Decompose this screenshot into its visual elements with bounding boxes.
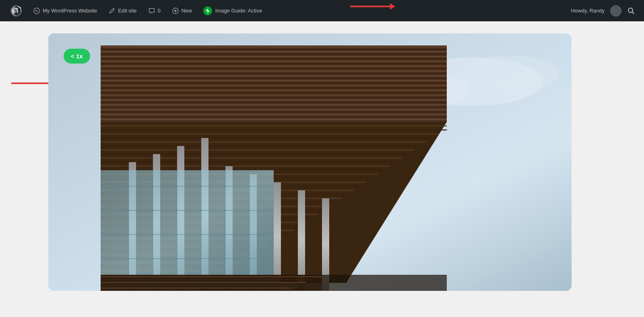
svg-rect-11 [101, 46, 447, 47]
svg-rect-20 [101, 68, 447, 69]
image-guide-label: Image Guide: Active [215, 8, 262, 14]
featured-image-container: < 1x [48, 33, 572, 291]
wp-logo-button[interactable] [5, 0, 27, 21]
comments-count: 0 [158, 8, 161, 14]
image-guide-icon [203, 6, 212, 15]
svg-rect-19 [101, 66, 447, 67]
svg-rect-23 [101, 75, 447, 76]
svg-rect-40 [101, 116, 447, 117]
site-name-label: My WordPress Website [43, 8, 97, 14]
image-guide-status[interactable]: Image Guide: Active [198, 0, 268, 21]
svg-rect-12 [101, 49, 447, 50]
svg-rect-16 [101, 58, 447, 60]
howdy-label: Howdy, Randy [567, 8, 609, 14]
admin-bar: My WordPress Website Edit site 0 New Ima… [0, 0, 644, 21]
edit-site-label: Edit site [118, 8, 136, 14]
main-content: < 1x [0, 21, 644, 303]
svg-rect-27 [101, 85, 447, 86]
svg-rect-30 [101, 92, 447, 93]
svg-rect-17 [101, 61, 447, 62]
svg-rect-25 [101, 80, 447, 81]
svg-rect-14 [101, 54, 447, 55]
svg-rect-31 [101, 95, 447, 96]
comments-button[interactable]: 0 [142, 0, 166, 21]
svg-point-6 [463, 56, 559, 92]
svg-rect-24 [101, 78, 447, 79]
svg-rect-28 [101, 87, 447, 89]
svg-rect-41 [101, 119, 447, 120]
top-annotation-arrow [350, 6, 394, 7]
svg-marker-92 [101, 170, 274, 291]
svg-rect-15 [101, 56, 447, 57]
new-label: New [182, 8, 192, 14]
svg-rect-35 [101, 104, 447, 105]
edit-site-button[interactable]: Edit site [103, 0, 142, 21]
svg-rect-38 [101, 111, 447, 113]
adminbar-right-section: Howdy, Randy [567, 0, 639, 21]
svg-rect-21 [101, 70, 447, 72]
svg-rect-29 [101, 90, 447, 91]
building-photo [48, 33, 572, 291]
dashboard-button[interactable]: My WordPress Website [27, 0, 103, 21]
svg-rect-26 [101, 82, 447, 84]
svg-rect-18 [101, 63, 447, 64]
new-content-button[interactable]: New [166, 0, 198, 21]
svg-rect-22 [101, 73, 447, 74]
svg-rect-89 [274, 182, 281, 291]
svg-rect-32 [101, 97, 447, 98]
svg-rect-34 [101, 102, 447, 103]
svg-rect-33 [101, 99, 447, 101]
scale-badge[interactable]: < 1x [64, 49, 90, 64]
svg-rect-36 [101, 107, 447, 108]
svg-rect-37 [101, 109, 447, 110]
svg-rect-13 [101, 51, 447, 52]
user-avatar[interactable] [610, 5, 621, 16]
search-button[interactable] [623, 0, 639, 21]
svg-rect-39 [101, 114, 447, 115]
